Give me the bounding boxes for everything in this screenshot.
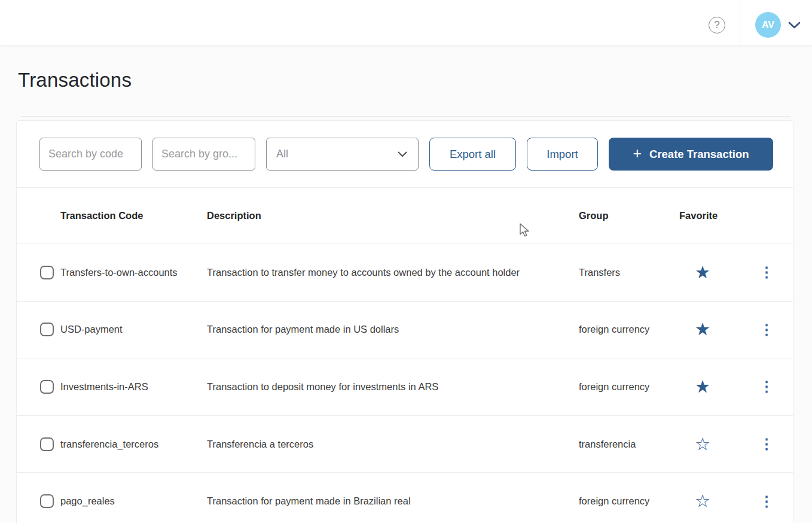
row-checkbox[interactable] [40, 494, 54, 508]
actions-cell: ⋮ [744, 264, 793, 281]
transaction-code-cell: transferencia_terceros [60, 439, 207, 450]
table-row: transferencia_terceros Transferencia a t… [17, 416, 793, 473]
group-filter-value: All [276, 148, 288, 160]
select-chevron-down-icon [398, 148, 407, 160]
top-bar: ? AV [0, 0, 812, 46]
favorite-cell: ★ [679, 264, 744, 281]
table-body: Transfers-to-own-accounts Transaction to… [17, 244, 793, 523]
actions-cell: ⋮ [744, 321, 793, 338]
avatar[interactable]: AV [755, 12, 781, 38]
favorite-cell: ★ [679, 321, 744, 338]
import-button[interactable]: Import [527, 138, 598, 171]
table-row: Investments-in-ARS Transaction to deposi… [17, 358, 793, 416]
table-row: pago_reales Transaction for payment made… [17, 473, 793, 523]
group-cell: Transfers [579, 267, 679, 278]
actions-cell: ⋮ [744, 436, 793, 452]
row-checkbox[interactable] [40, 266, 54, 279]
description-cell: Transferencia a terceros [207, 439, 579, 450]
group-cell: foreign currency [579, 381, 679, 393]
group-cell: foreign currency [579, 495, 679, 507]
actions-cell: ⋮ [744, 493, 793, 510]
avatar-initials: AV [762, 20, 774, 31]
help-icon[interactable]: ? [709, 17, 725, 34]
description-cell: Transaction for payment made in Brazilia… [207, 495, 579, 507]
table-row: USD-payment Transaction for payment made… [17, 302, 793, 359]
kebab-menu-icon[interactable]: ⋮ [756, 378, 777, 395]
help-icon-glyph: ? [714, 19, 719, 31]
group-cell: foreign currency [579, 324, 679, 335]
header-transaction-code: Transaction Code [60, 210, 207, 221]
checkbox-cell [17, 266, 60, 279]
header-group: Group [579, 210, 679, 221]
row-checkbox[interactable] [40, 380, 54, 394]
transactions-card: All Export all Import + Create Transacti… [16, 120, 793, 523]
topbar-divider [740, 0, 740, 46]
create-transaction-label: Create Transaction [649, 148, 749, 161]
checkbox-cell [17, 494, 60, 508]
table-row: Transfers-to-own-accounts Transaction to… [17, 244, 793, 302]
header-description: Description [207, 210, 579, 221]
favorite-star-icon[interactable]: ★ [695, 378, 710, 396]
kebab-menu-icon[interactable]: ⋮ [756, 436, 777, 452]
kebab-menu-icon[interactable]: ⋮ [756, 264, 777, 281]
transaction-code-cell: Transfers-to-own-accounts [60, 267, 207, 278]
description-cell: Transaction to transfer money to account… [207, 267, 579, 278]
favorite-star-icon[interactable]: ☆ [695, 492, 710, 510]
user-menu-chevron-icon[interactable] [788, 21, 801, 32]
checkbox-cell [17, 323, 60, 336]
group-cell: transferencia [579, 439, 679, 450]
plus-icon: + [633, 145, 642, 162]
favorite-cell: ☆ [679, 492, 744, 510]
favorite-star-icon[interactable]: ★ [695, 321, 710, 338]
row-checkbox[interactable] [40, 437, 54, 451]
page-title: Transactions [18, 69, 132, 92]
section-divider [21, 116, 790, 117]
export-all-button[interactable]: Export all [429, 138, 516, 171]
kebab-menu-icon[interactable]: ⋮ [756, 493, 777, 510]
table-header-row: Transaction Code Description Group Favor… [17, 188, 793, 244]
favorite-star-icon[interactable]: ★ [695, 264, 710, 281]
description-cell: Transaction for payment made in US dolla… [207, 324, 579, 335]
transaction-code-cell: Investments-in-ARS [60, 381, 207, 393]
checkbox-cell [17, 380, 60, 394]
group-filter-select[interactable]: All [266, 138, 419, 171]
favorite-cell: ★ [679, 378, 744, 396]
favorite-cell: ☆ [679, 436, 744, 453]
checkbox-cell [17, 437, 60, 451]
kebab-menu-icon[interactable]: ⋮ [756, 321, 777, 338]
actions-cell: ⋮ [744, 378, 793, 395]
create-transaction-button[interactable]: + Create Transaction [609, 138, 773, 171]
transaction-code-cell: USD-payment [60, 324, 207, 335]
search-code-input[interactable] [39, 138, 142, 171]
row-checkbox[interactable] [40, 323, 54, 336]
favorite-star-icon[interactable]: ☆ [695, 436, 710, 453]
description-cell: Transaction to deposit money for investm… [207, 381, 579, 393]
search-group-input[interactable] [152, 138, 255, 171]
transaction-code-cell: pago_reales [60, 495, 207, 507]
header-favorite: Favorite [679, 210, 744, 221]
toolbar: All Export all Import + Create Transacti… [17, 121, 793, 188]
